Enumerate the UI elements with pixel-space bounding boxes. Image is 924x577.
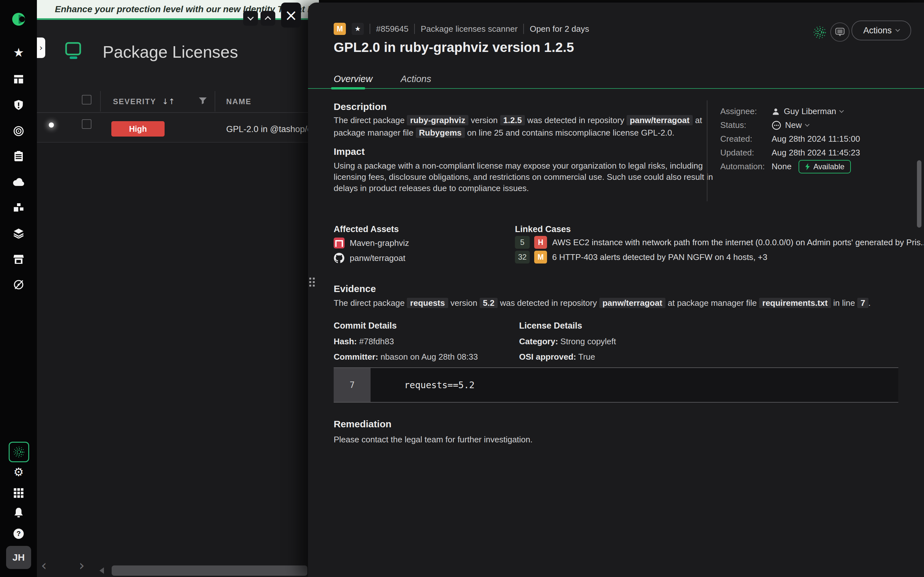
- section-commit-details: Commit Details: [334, 321, 397, 331]
- chevron-down-icon: [839, 108, 844, 113]
- column-name[interactable]: NAME: [226, 97, 252, 106]
- banner-close-button[interactable]: ×: [281, 3, 301, 27]
- remediation-text: Please contact the legal team for furthe…: [334, 434, 533, 445]
- automation-available-badge[interactable]: Available: [798, 160, 851, 173]
- sort-icon[interactable]: ↓↑: [162, 97, 175, 106]
- case-id: #859645: [376, 24, 409, 34]
- banner-expand-button[interactable]: [260, 11, 275, 26]
- settings-gear-icon[interactable]: ⚙: [13, 466, 24, 478]
- app-root: ★: [0, 0, 924, 577]
- copilot-spiral-icon: [13, 446, 25, 458]
- case-severity-high-badge: H: [534, 236, 547, 249]
- layers-icon[interactable]: [13, 227, 24, 239]
- automation-row: Automation: None Available: [720, 160, 860, 173]
- chevron-down-icon: [895, 27, 900, 32]
- severity-medium-badge: M: [334, 23, 346, 35]
- notifications-bell-icon[interactable]: [13, 507, 24, 518]
- filter-funnel-icon[interactable]: [198, 96, 207, 105]
- chevron-down-icon: [805, 122, 809, 126]
- status-row: Status: New: [720, 118, 860, 132]
- description-text: The direct package ruby-graphviz version…: [334, 115, 702, 139]
- favorites-star-icon[interactable]: ★: [13, 47, 24, 58]
- announcement-banner: Enhance your protection level with our n…: [37, 0, 319, 20]
- updated-row: Updated: Aug 28th 2024 11:45:23: [720, 146, 860, 160]
- asset-item[interactable]: Maven-graphviz: [334, 237, 409, 248]
- linked-case-item[interactable]: 5 H AWS EC2 instance with network path f…: [515, 236, 924, 249]
- help-icon[interactable]: ?: [13, 528, 24, 540]
- user-avatar[interactable]: JH: [6, 546, 31, 569]
- panel-expand-button[interactable]: ›: [37, 37, 45, 58]
- table-row-name[interactable]: GPL-2.0 in @tashop/c: [226, 124, 312, 134]
- page-prev-button[interactable]: ‹: [41, 557, 47, 574]
- cloud-icon[interactable]: [13, 176, 24, 188]
- report-clipboard-icon[interactable]: [13, 151, 24, 162]
- panel-empty-area: [37, 143, 308, 577]
- apps-grid-icon[interactable]: [13, 487, 24, 499]
- cortex-logo-icon[interactable]: [11, 11, 26, 27]
- code-line-number: 7: [334, 368, 371, 402]
- copilot-assist-icon[interactable]: [813, 25, 827, 40]
- status-new-icon: [772, 121, 781, 130]
- gauge-icon[interactable]: [13, 279, 24, 290]
- horizontal-scrollbar[interactable]: [111, 566, 307, 576]
- evidence-text: The direct package requests version 5.2 …: [334, 298, 871, 309]
- comment-icon: [835, 27, 845, 37]
- actions-button[interactable]: Actions: [851, 21, 911, 40]
- select-all-checkbox[interactable]: [82, 95, 91, 105]
- banner-text: Enhance your protection level with our n…: [55, 4, 319, 15]
- case-count-badge: 5: [515, 236, 530, 249]
- scanner-name: Package licenses scanner: [421, 24, 517, 34]
- code-snippet: 7 requests==5.2: [334, 367, 898, 403]
- column-severity[interactable]: SEVERITY ↓↑: [113, 97, 175, 106]
- asset-item[interactable]: panw/terragoat: [334, 253, 405, 263]
- unread-indicator: [49, 122, 54, 127]
- assignee-row: Assignee: Guy Liberman: [720, 105, 860, 118]
- issue-title: GPL2.0 in ruby-graphviz version 1.2.5: [334, 40, 574, 55]
- linked-case-item[interactable]: 32 M 6 HTTP-403 alerts detected by PAN N…: [515, 251, 767, 263]
- section-affected-assets: Affected Assets: [334, 224, 399, 234]
- registry-icon: [334, 237, 344, 248]
- left-nav-sidebar: ★: [0, 0, 37, 577]
- drag-handle[interactable]: [309, 277, 315, 287]
- case-count-badge: 32: [515, 251, 530, 263]
- code-line-content: requests==5.2: [404, 380, 475, 390]
- tab-bar: Overview Actions: [334, 74, 431, 84]
- dashboard-layout-icon[interactable]: [13, 73, 24, 85]
- case-severity-medium-badge: M: [534, 251, 547, 263]
- marketplace-store-icon[interactable]: [13, 253, 24, 265]
- impact-text: Using a package with a non-compliant lic…: [334, 160, 713, 194]
- severity-badge-high: High: [111, 121, 165, 137]
- section-evidence: Evidence: [334, 284, 376, 294]
- tab-actions[interactable]: Actions: [401, 74, 431, 84]
- license-category: Category: Strong copyleft: [519, 337, 616, 347]
- page-next-button[interactable]: ›: [79, 557, 85, 574]
- issue-meta-panel: Assignee: Guy Liberman Status: New Creat…: [720, 105, 860, 173]
- tab-overview[interactable]: Overview: [334, 74, 373, 84]
- open-duration: Open for 2 days: [530, 24, 589, 34]
- created-row: Created: Aug 28th 2024 11:15:00: [720, 132, 860, 146]
- section-remediation: Remediation: [334, 419, 391, 430]
- person-icon: [772, 107, 780, 116]
- banner-collapse-button[interactable]: [243, 11, 258, 26]
- issue-detail-drawer: M ★ #859645 Package licenses scanner Ope…: [308, 3, 924, 577]
- row-checkbox[interactable]: [82, 119, 91, 129]
- blocks-icon[interactable]: [13, 202, 24, 214]
- comments-button[interactable]: [830, 23, 850, 42]
- lightning-bolt-icon: [805, 163, 810, 170]
- hscroll-left-arrow[interactable]: [99, 567, 104, 574]
- assignee-value[interactable]: Guy Liberman: [772, 106, 843, 116]
- panel-title: Package Licenses: [103, 42, 238, 61]
- github-icon: [334, 253, 344, 263]
- shield-alert-icon[interactable]: [13, 99, 24, 111]
- commit-hash: Hash: #78fdh83: [334, 337, 394, 347]
- license-osi: OSI approved: True: [519, 352, 595, 362]
- section-impact: Impact: [334, 146, 365, 157]
- commit-committer: Committer: nbason on Aug 28th 08:33: [334, 352, 478, 362]
- status-value[interactable]: New: [772, 120, 809, 130]
- copilot-active-item[interactable]: [9, 442, 29, 462]
- target-icon[interactable]: [13, 125, 24, 137]
- section-license-details: License Details: [519, 321, 582, 331]
- section-description: Description: [334, 101, 387, 112]
- vertical-scrollbar[interactable]: [917, 160, 921, 227]
- star-toggle[interactable]: ★: [352, 23, 364, 35]
